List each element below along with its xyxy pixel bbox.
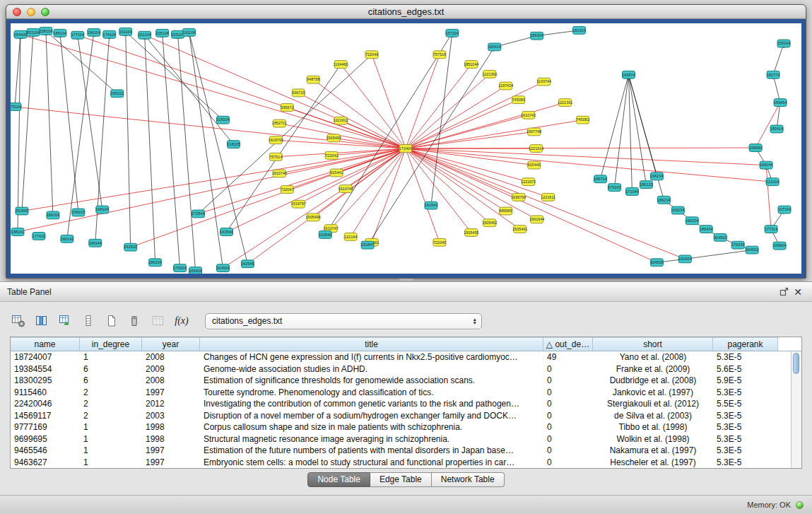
graph-node[interactable]: 1103744 <box>536 78 551 86</box>
new-document-button[interactable] <box>103 313 120 329</box>
graph-node[interactable]: 182414 <box>770 125 783 133</box>
graph-node[interactable]: 190234 <box>686 217 698 225</box>
graph-edge[interactable] <box>406 148 471 233</box>
table-row[interactable]: 977716911998Corpus callosum shape and si… <box>11 421 791 433</box>
table-row[interactable]: 946554611997Estimation of the future num… <box>11 445 791 457</box>
graph-edge[interactable] <box>298 148 406 204</box>
graph-node[interactable]: 191544 <box>425 201 437 209</box>
graph-node[interactable]: 915441 <box>330 169 343 177</box>
graph-node[interactable]: 163544 <box>220 228 233 236</box>
graph-node[interactable]: 1519797 <box>291 200 306 208</box>
graph-node[interactable]: 163545 <box>241 260 254 268</box>
graph-node[interactable]: 186434 <box>700 226 712 233</box>
graph-node[interactable]: 159104 <box>777 40 790 47</box>
graph-node[interactable]: 924506 <box>650 259 663 267</box>
column-header-out_de[interactable]: △ out_de… <box>543 337 593 351</box>
graph-edge[interactable] <box>601 75 629 180</box>
column-header-pagerank[interactable]: pagerank <box>713 337 778 351</box>
column-header-title[interactable]: title <box>200 337 543 351</box>
graph-node[interactable]: 169244 <box>760 161 772 169</box>
graph-node[interactable]: 1610742 <box>521 111 536 119</box>
graph-edge[interactable] <box>178 35 196 271</box>
graph-node[interactable]: 1505496 <box>306 214 321 221</box>
graph-edge[interactable] <box>351 148 406 237</box>
graph-node[interactable]: 242620 <box>124 243 137 251</box>
graph-node[interactable]: 159584 <box>749 144 762 152</box>
graph-node[interactable]: 745083 <box>512 96 525 104</box>
graph-edge[interactable] <box>406 148 766 165</box>
column-header-short[interactable]: short <box>593 337 713 351</box>
graph-node[interactable]: 1197434 <box>498 82 513 90</box>
graph-node[interactable]: 889965 <box>500 207 512 215</box>
graph-node[interactable]: 158104 <box>40 27 52 35</box>
graph-node[interactable]: 1619706 <box>269 136 283 144</box>
column-list-button[interactable] <box>80 313 97 329</box>
network-canvas[interactable]: 1724047575161851044122139011974347450831… <box>11 23 801 274</box>
graph-node[interactable]: 1221390 <box>482 70 497 78</box>
graph-node[interactable]: 218104 <box>216 116 229 124</box>
graph-node[interactable]: 189104 <box>47 211 59 219</box>
graph-edge[interactable] <box>372 148 406 243</box>
graph-node[interactable]: 1697748 <box>526 128 541 136</box>
graph-node[interactable]: 1164460 <box>334 61 348 69</box>
graph-node[interactable]: 182774 <box>767 71 779 78</box>
graph-node[interactable]: 1221612 <box>333 117 348 124</box>
graph-node[interactable]: 1610746 <box>272 170 287 177</box>
graph-node[interactable]: 179304 <box>173 264 186 272</box>
graph-edge[interactable] <box>406 86 506 149</box>
column-header-name[interactable]: name <box>11 337 80 351</box>
graph-node[interactable]: 107104 <box>778 206 791 214</box>
graph-node[interactable]: 722041 <box>325 151 338 159</box>
graph-node[interactable]: 1505495 <box>464 229 478 237</box>
graph-edge[interactable] <box>334 138 406 148</box>
graph-node[interactable]: 1505493 <box>326 134 341 142</box>
graph-edge[interactable] <box>126 32 223 120</box>
column-header-in_degree[interactable]: in_degree <box>80 337 142 351</box>
tab-node-table[interactable]: Node Table <box>307 472 370 487</box>
graph-edge[interactable] <box>367 47 495 245</box>
graph-node[interactable]: 169234 <box>671 206 684 214</box>
graph-node[interactable]: 201104 <box>139 31 151 39</box>
graph-node[interactable]: 172404 <box>399 145 412 153</box>
graph-node[interactable]: 171044 <box>625 188 638 196</box>
graph-node[interactable]: 833104 <box>27 28 40 36</box>
zoom-window-button[interactable] <box>41 8 49 16</box>
graph-node[interactable]: 181304 <box>572 26 585 34</box>
graph-node[interactable]: 159015 <box>72 209 85 216</box>
graph-edge[interactable] <box>20 35 406 148</box>
graph-node[interactable]: 679197 <box>608 184 620 192</box>
graph-edge[interactable] <box>67 33 94 239</box>
graph-node[interactable]: 1221391 <box>558 99 572 107</box>
float-panel-button[interactable] <box>777 286 791 298</box>
graph-node[interactable]: 175104 <box>11 103 21 111</box>
graph-edge[interactable] <box>22 148 406 211</box>
graph-node[interactable]: 121034 <box>766 178 779 186</box>
graph-node[interactable]: 188241 <box>11 228 24 236</box>
graph-node[interactable]: 935672 <box>281 104 293 112</box>
graph-node[interactable]: 122164 <box>344 233 357 240</box>
graph-node[interactable]: 186714 <box>594 175 606 183</box>
graph-node[interactable]: 105104 <box>155 29 168 37</box>
graph-node[interactable]: 177314 <box>765 226 777 233</box>
graph-edge[interactable] <box>406 103 565 148</box>
graph-edge[interactable] <box>406 148 506 211</box>
graph-edge[interactable] <box>406 148 548 197</box>
table-row[interactable]: 1830029562008Estimation of significance … <box>11 375 791 387</box>
graph-node[interactable]: 196104 <box>88 28 100 36</box>
graph-node[interactable]: 166414 <box>488 43 501 51</box>
graph-node[interactable]: 1221611 <box>541 193 555 201</box>
graph-node[interactable]: 172544 <box>192 210 204 218</box>
graph-edge[interactable] <box>145 35 155 263</box>
tab-edge-table[interactable]: Edge Table <box>370 472 432 487</box>
graph-node[interactable]: 1691644 <box>529 216 544 223</box>
close-window-button[interactable] <box>13 8 21 16</box>
graph-node[interactable]: 177104 <box>71 31 84 39</box>
import-table-button[interactable] <box>57 313 73 329</box>
graph-edge[interactable] <box>406 64 471 148</box>
graph-edge[interactable] <box>341 64 406 148</box>
graph-edge[interactable] <box>226 64 341 232</box>
graph-node[interactable]: 190142 <box>61 235 73 243</box>
graph-node[interactable]: 757516 <box>433 51 446 59</box>
graph-edge[interactable] <box>766 165 771 229</box>
graph-edge[interactable] <box>189 33 223 268</box>
